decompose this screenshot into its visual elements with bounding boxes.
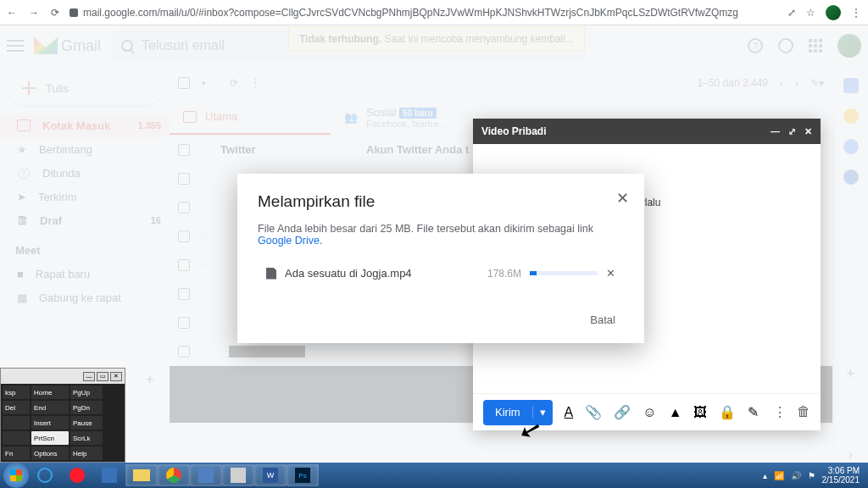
next-page-icon[interactable]: › [795, 77, 798, 89]
prev-page-icon[interactable]: ‹ [780, 77, 783, 89]
select-all-checkbox[interactable] [178, 77, 190, 89]
file-name: Ada sesuatu di Jogja.mp4 [285, 267, 479, 280]
input-tools-icon[interactable]: ✎▾ [810, 77, 824, 89]
taskbar-chrome[interactable] [158, 464, 190, 486]
close-icon[interactable]: ✕ [804, 126, 812, 137]
refresh-icon[interactable]: ⟳ [230, 77, 238, 89]
taskbar-photoshop[interactable]: Ps [287, 464, 319, 486]
star-icon: ★ [17, 143, 27, 156]
pagination-range: 1–50 dari 2.449 [698, 77, 768, 89]
sidebar-item-inbox[interactable]: Kotak Masuk 1.355 [0, 114, 170, 137]
upload-progress [530, 271, 598, 275]
row-checkbox[interactable] [178, 144, 190, 156]
remove-file-icon[interactable]: ✕ [606, 267, 615, 280]
drive-icon[interactable]: ▲ [669, 405, 682, 420]
tray-network-icon[interactable]: 📶 [774, 471, 784, 480]
taskbar-app[interactable] [93, 464, 125, 486]
plus-icon [20, 80, 37, 97]
taskbar-app3[interactable] [222, 464, 254, 486]
calendar-icon[interactable] [843, 78, 859, 93]
taskbar-word[interactable]: W [254, 464, 287, 486]
profile-avatar[interactable] [826, 5, 841, 20]
emoji-icon[interactable]: ☺ [643, 405, 656, 420]
offline-banner: Tidak terhubung. Tidak terhubung. Saat i… [288, 27, 585, 51]
osk-close-icon[interactable]: ✕ [110, 372, 122, 381]
attach-icon[interactable]: 📎 [585, 404, 602, 420]
back-icon[interactable]: ← [7, 7, 17, 19]
tab-primary[interactable]: Utama [170, 100, 331, 135]
format-icon[interactable]: A [565, 405, 574, 420]
browser-menu-icon[interactable]: ⋮ [851, 7, 861, 19]
attach-file-modal: ✕ Melampirkan file File Anda lebih besar… [237, 174, 644, 343]
add-panel-icon[interactable]: + [846, 365, 855, 383]
add-contact-icon[interactable]: + [145, 371, 154, 389]
bookmark-icon[interactable]: ☆ [806, 7, 815, 19]
upload-file-row: Ada sesuatu di Jogja.mp4 178.6M ✕ [258, 267, 624, 280]
side-panel: + › [832, 66, 868, 463]
tab-social[interactable]: 👥 Sosial 50 baru Facebook, biartre... [331, 100, 492, 135]
expand-icon[interactable]: ⤢ [788, 126, 796, 137]
taskbar-explorer[interactable] [125, 464, 158, 486]
compose-title: Video Pribadi [481, 125, 546, 137]
hamburger-icon[interactable] [7, 40, 24, 52]
new-count-badge: 50 baru [399, 108, 437, 119]
compose-button[interactable]: Tulis [7, 71, 163, 105]
collapse-panel-icon[interactable]: › [849, 447, 853, 463]
inbox-icon [17, 119, 31, 131]
tasks-icon[interactable] [843, 139, 859, 154]
gmail-m-icon [34, 37, 58, 54]
system-tray[interactable]: ▴ 📶 🔊 ⚑ 3:06 PM 2/15/2021 [763, 466, 865, 485]
confidential-icon[interactable]: 🔒 [719, 404, 736, 420]
subject-text: Akun Twitter Anda t [366, 143, 469, 156]
file-icon [266, 268, 276, 280]
minimize-icon[interactable]: — [771, 126, 780, 137]
tray-flag-icon[interactable]: ⚑ [808, 471, 815, 480]
address-bar[interactable]: mail.google.com/mail/u/0/#inbox?compose=… [70, 7, 777, 19]
link-icon[interactable]: 🔗 [614, 404, 631, 420]
google-drive-link[interactable]: Google Drive [258, 235, 320, 247]
forward-icon[interactable]: → [29, 7, 39, 19]
sidebar-item-snoozed[interactable]: 🕐 Ditunda [0, 161, 170, 185]
account-avatar[interactable] [837, 34, 861, 58]
sidebar-item-new-meeting[interactable]: ■ Rapat baru [0, 262, 170, 286]
taskbar-opera[interactable] [61, 464, 93, 486]
osk-restore-icon[interactable]: ▭ [97, 372, 108, 381]
cancel-button[interactable]: Batal [581, 308, 624, 331]
image-icon[interactable]: 🖼 [693, 405, 707, 420]
sent-icon: ➤ [17, 191, 26, 203]
apps-grid-icon[interactable] [809, 39, 822, 53]
tray-show-hidden-icon[interactable]: ▴ [763, 471, 767, 480]
pen-icon[interactable]: ✎ [748, 404, 759, 420]
sidebar-item-sent[interactable]: ➤ Terkirim [0, 185, 170, 208]
tray-volume-icon[interactable]: 🔊 [791, 471, 801, 480]
row-star-icon[interactable]: ☆ [200, 143, 210, 156]
reload-icon[interactable]: ⟳ [51, 7, 59, 19]
keyboard-icon: ▦ [17, 291, 27, 304]
contacts-icon[interactable] [843, 169, 859, 185]
settings-gear-icon[interactable] [778, 38, 793, 53]
help-icon[interactable]: ? [748, 38, 763, 53]
textsize-icon[interactable]: ⤢ [787, 7, 796, 19]
windows-taskbar: W Ps ▴ 📶 🔊 ⚑ 3:06 PM 2/15/2021 [0, 463, 868, 488]
more-icon[interactable]: ⋮ [250, 77, 260, 89]
search-icon [121, 40, 133, 52]
discard-icon[interactable]: 🗑 [797, 404, 810, 420]
osk-key[interactable]: ksp [3, 385, 30, 399]
compose-more-icon[interactable]: ⋮ [773, 404, 787, 420]
taskbar-app2[interactable] [190, 464, 222, 486]
sidebar-item-starred[interactable]: ★ Berbintang [0, 137, 170, 161]
taskbar-ie[interactable] [29, 464, 61, 486]
onscreen-keyboard[interactable]: — ▭ ✕ kspHomePgUp DelEndPgDn InsertPause… [0, 368, 125, 463]
compose-header[interactable]: Video Pribadi — ⤢ ✕ [473, 119, 821, 144]
url-text: mail.google.com/mail/u/0/#inbox?compose=… [83, 7, 738, 19]
select-dropdown-icon[interactable]: ▾ [202, 79, 206, 87]
modal-close-icon[interactable]: ✕ [616, 189, 629, 208]
gmail-logo[interactable]: Gmail [34, 37, 101, 55]
tray-clock[interactable]: 3:06 PM 2/15/2021 [822, 466, 860, 485]
sidebar-item-join-meeting[interactable]: ▦ Gabung ke rapat [0, 286, 170, 309]
clock-icon: 🕐 [17, 167, 31, 180]
osk-minimize-icon[interactable]: — [83, 372, 95, 381]
sidebar-item-drafts[interactable]: 🖺 Draf 16 [0, 208, 170, 232]
start-button[interactable] [3, 463, 29, 488]
keep-icon[interactable] [843, 108, 859, 124]
